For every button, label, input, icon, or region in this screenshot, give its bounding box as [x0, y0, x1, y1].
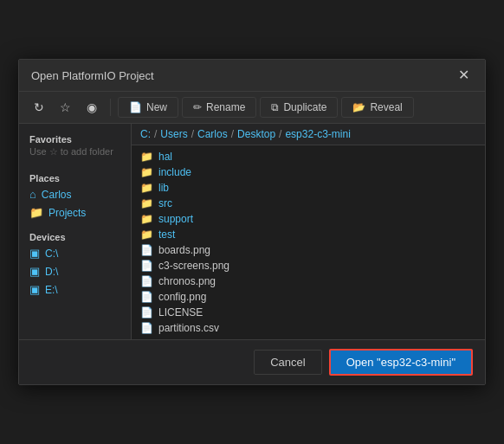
title-bar: Open PlatformIO Project ✕: [19, 60, 485, 92]
file-icon: 📄: [140, 275, 153, 287]
sidebar: Favorites Use ☆ to add folder Places ⌂ C…: [19, 124, 132, 339]
toolbar: ↻ ☆ ◉ 📄 New ✏ Rename ⧉ Duplicate 📂 Revea…: [19, 92, 485, 124]
refresh-icon: ↻: [34, 100, 44, 114]
eye-icon: ◉: [87, 100, 97, 114]
folder-icon: 📁: [140, 228, 153, 241]
folder-icon: 📁: [140, 197, 153, 209]
bc-part[interactable]: Desktop: [237, 128, 275, 140]
file-name: support: [158, 213, 193, 225]
eye-button[interactable]: ◉: [81, 97, 103, 118]
file-name: include: [158, 166, 191, 178]
sidebar-item-label: Carlos: [42, 189, 72, 201]
folder-icon: 📁: [140, 166, 153, 178]
bookmark-icon: ☆: [60, 100, 71, 114]
cancel-button[interactable]: Cancel: [254, 350, 321, 375]
sidebar-item-d-drive[interactable]: ▣ D:\: [19, 262, 131, 280]
places-title: Places: [19, 170, 131, 185]
reveal-label: Reveal: [370, 101, 402, 113]
bc-part[interactable]: C:: [140, 128, 151, 140]
file-icon: 📄: [140, 244, 153, 256]
file-name: chronos.png: [158, 275, 216, 287]
rename-button[interactable]: ✏ Rename: [182, 97, 256, 118]
sidebar-item-carlos[interactable]: ⌂ Carlos: [19, 185, 131, 203]
sidebar-item-e-drive[interactable]: ▣ E:\: [19, 280, 131, 299]
content-area: Favorites Use ☆ to add folder Places ⌂ C…: [19, 124, 485, 339]
main-pane: C: / Users / Carlos / Desktop / esp32-c3…: [132, 124, 485, 339]
dialog-title: Open PlatformIO Project: [31, 69, 154, 82]
file-icon: 📄: [140, 322, 153, 334]
sidebar-item-label: D:\: [45, 266, 58, 278]
file-name: hal: [158, 151, 172, 163]
file-item[interactable]: 📄 c3-screens.png: [132, 258, 485, 273]
folder-icon: 📁: [140, 213, 153, 225]
file-name: test: [158, 228, 175, 241]
duplicate-button[interactable]: ⧉ Duplicate: [260, 97, 338, 118]
file-name: boards.png: [158, 244, 210, 256]
bc-part[interactable]: esp32-c3-mini: [285, 128, 350, 140]
folder-icon: 📁: [140, 151, 153, 163]
file-icon: 📄: [140, 306, 153, 319]
file-item[interactable]: 📁 include: [132, 164, 485, 180]
file-name: partitions.csv: [158, 322, 219, 334]
file-item[interactable]: 📄 boards.png: [132, 242, 485, 258]
new-button[interactable]: 📄 New: [118, 97, 178, 118]
file-name: lib: [158, 182, 169, 194]
new-label: New: [146, 101, 167, 113]
bc-part[interactable]: Users: [160, 128, 187, 140]
file-icon: 📄: [140, 260, 153, 272]
refresh-button[interactable]: ↻: [28, 97, 50, 118]
dialog-footer: Cancel Open "esp32-c3-mini": [19, 339, 485, 384]
sidebar-item-label: Projects: [48, 207, 86, 219]
file-item[interactable]: 📁 support: [132, 211, 485, 227]
file-name: config.png: [158, 291, 206, 303]
devices-title: Devices: [19, 228, 131, 244]
close-button[interactable]: ✕: [455, 68, 473, 82]
favorites-title: Favorites: [19, 131, 131, 146]
open-project-dialog: Open PlatformIO Project ✕ ↻ ☆ ◉ 📄 New ✏ …: [18, 59, 486, 385]
rename-icon: ✏: [193, 101, 202, 113]
file-list: 📁 hal 📁 include 📁 lib 📁 src 📁 sup: [132, 145, 485, 339]
new-icon: 📄: [129, 101, 142, 113]
file-item[interactable]: 📁 hal: [132, 149, 485, 164]
open-button[interactable]: Open "esp32-c3-mini": [329, 349, 473, 376]
file-item[interactable]: 📁 test: [132, 227, 485, 242]
file-icon: 📄: [140, 291, 153, 303]
file-name: LICENSE: [158, 306, 203, 319]
toolbar-separator: [110, 99, 111, 116]
favorites-hint: Use ☆ to add folder: [19, 146, 131, 163]
sidebar-item-label: E:\: [45, 284, 58, 296]
sidebar-item-projects[interactable]: 📁 Projects: [19, 203, 131, 222]
folder-icon: 📁: [29, 206, 43, 219]
rename-label: Rename: [206, 101, 245, 113]
folder-icon: 📁: [140, 182, 153, 194]
file-item[interactable]: 📄 config.png: [132, 289, 485, 305]
file-name: c3-screens.png: [158, 260, 229, 272]
sidebar-item-c-drive[interactable]: ▣ C:\: [19, 244, 131, 262]
file-item[interactable]: 📁 src: [132, 196, 485, 211]
drive-icon: ▣: [29, 265, 40, 278]
duplicate-label: Duplicate: [283, 101, 326, 113]
file-item[interactable]: 📁 lib: [132, 180, 485, 196]
sidebar-item-label: C:\: [45, 248, 58, 260]
file-item[interactable]: 📄 partitions.csv: [132, 320, 485, 336]
reveal-button[interactable]: 📂 Reveal: [341, 97, 413, 118]
duplicate-icon: ⧉: [271, 101, 279, 113]
home-icon: ⌂: [29, 188, 36, 201]
file-item[interactable]: 📄 LICENSE: [132, 305, 485, 320]
reveal-icon: 📂: [352, 101, 365, 113]
drive-icon: ▣: [29, 283, 40, 296]
bookmark-button[interactable]: ☆: [54, 97, 77, 118]
file-item[interactable]: 📄 chronos.png: [132, 273, 485, 289]
breadcrumb: C: / Users / Carlos / Desktop / esp32-c3…: [132, 124, 485, 145]
file-name: src: [158, 197, 172, 209]
drive-icon: ▣: [29, 247, 40, 260]
bc-part[interactable]: Carlos: [197, 128, 228, 140]
